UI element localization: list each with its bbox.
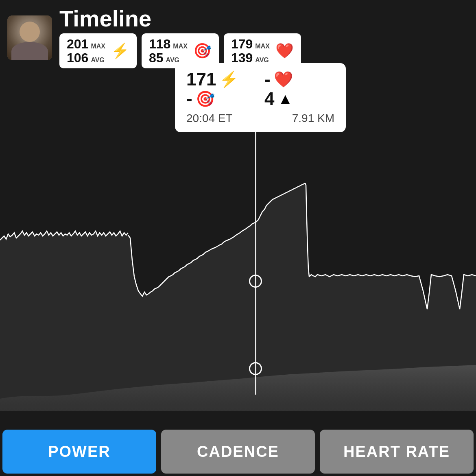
power-avg-label: AVG (91, 57, 104, 64)
tooltip-distance: 7.91 KM (292, 112, 334, 125)
power-max-line: 201 MAX (67, 37, 105, 50)
power-stat-card: 201 MAX 106 AVG ⚡ (59, 33, 137, 68)
header-title-area: Timeline 201 MAX 106 AVG ⚡ (59, 7, 301, 68)
tab-cadence-label: CADENCE (197, 443, 279, 461)
tooltip-power-val: 171 (186, 70, 216, 88)
tooltip-grid: 171 ⚡ - ❤️ - 🎯 4 ▲ (186, 70, 334, 108)
tooltip-bottom: 20:04 ET 7.91 KM (186, 112, 334, 125)
tab-cadence[interactable]: CADENCE (161, 430, 315, 474)
power-max-label: MAX (91, 43, 105, 50)
cursor-dot-bottom (249, 362, 262, 375)
tooltip-time-val: 20:04 (186, 112, 215, 124)
tab-power[interactable]: POWER (2, 430, 156, 474)
heartrate-max-val: 179 (231, 37, 253, 50)
bottom-tabs: POWER CADENCE HEART RATE (0, 427, 476, 476)
cadence-stat-icon: 🎯 (193, 42, 212, 59)
power-avg-val: 106 (67, 51, 88, 64)
tooltip-cadence-dash: - (186, 90, 192, 108)
avatar-image (7, 15, 52, 60)
tooltip-dist-label: KM (317, 112, 334, 124)
tooltip-dist-val: 7.91 (292, 112, 314, 124)
tooltip-elevation: 4 ▲ (264, 90, 334, 108)
power-stat-values: 201 MAX 106 AVG (67, 37, 105, 64)
power-stat-icon: ⚡ (111, 42, 129, 59)
tooltip-time: 20:04 ET (186, 112, 233, 125)
cursor-dot-top (249, 275, 262, 288)
heartrate-stat-icon: ❤️ (275, 42, 294, 59)
heartrate-stat-values: 179 MAX 139 AVG (231, 37, 270, 64)
cadence-avg-val: 85 (149, 51, 164, 64)
cadence-max-val: 118 (149, 37, 170, 50)
tooltip-time-label: ET (218, 112, 233, 124)
tooltip-elevation-icon: ▲ (277, 90, 293, 108)
tooltip-cadence-icon: 🎯 (196, 90, 215, 108)
cadence-avg-line: 85 AVG (149, 51, 188, 64)
tooltip-heart-icon: ❤️ (274, 70, 293, 88)
tooltip-heart-dash: - (264, 70, 271, 88)
power-avg-line: 106 AVG (67, 51, 105, 64)
avatar (7, 15, 52, 60)
cadence-stat-values: 118 MAX 85 AVG (149, 37, 188, 64)
tooltip-elevation-val: 4 (264, 90, 274, 108)
tooltip-heart: - ❤️ (264, 70, 334, 88)
tooltip-card: 171 ⚡ - ❤️ - 🎯 4 ▲ 20:04 ET 7.91 KM (175, 63, 346, 132)
header: Timeline 201 MAX 106 AVG ⚡ (0, 0, 476, 72)
tab-heartrate[interactable]: HEART RATE (320, 430, 474, 474)
heartrate-max-line: 179 MAX (231, 37, 270, 50)
heartrate-avg-line: 139 AVG (231, 51, 270, 64)
heartrate-avg-val: 139 (231, 51, 253, 64)
tooltip-power: 171 ⚡ (186, 70, 256, 88)
tab-power-label: POWER (48, 443, 111, 461)
tooltip-power-icon: ⚡ (219, 70, 238, 88)
cadence-max-label: MAX (173, 43, 188, 50)
tooltip-cadence: - 🎯 (186, 90, 256, 108)
tab-heartrate-label: HEART RATE (343, 443, 450, 461)
cadence-avg-label: AVG (166, 57, 179, 64)
power-max-val: 201 (67, 37, 88, 50)
page-title: Timeline (59, 7, 301, 30)
cadence-max-line: 118 MAX (149, 37, 188, 50)
heartrate-max-label: MAX (255, 43, 270, 50)
